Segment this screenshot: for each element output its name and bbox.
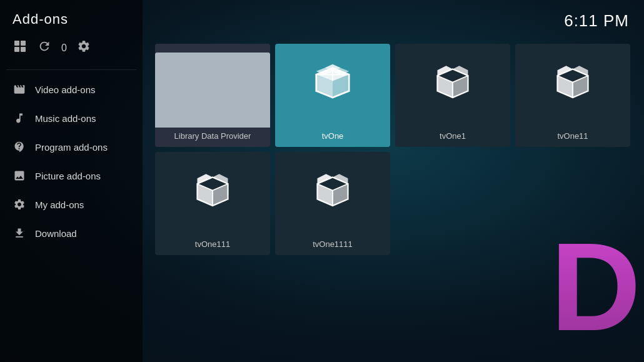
main-content: Library Data Provider Library Data Provi… [143,0,644,362]
addon-icon[interactable] [13,39,28,57]
sidebar: Add-ons 0 [0,0,143,362]
addon-label-library: Library Data Provider [174,131,251,141]
addon-card-tvone11[interactable]: tvOne11 [515,44,630,147]
box-icon-area-tvone1111 [275,152,390,236]
box-icon-tvone1 [431,63,475,109]
settings-icon[interactable] [77,39,91,56]
addon-card-tvone[interactable]: tvOne [275,44,390,147]
sidebar-item-download[interactable]: Download [0,219,143,248]
sidebar-label-download: Download [35,228,77,239]
addon-label-tvone111: tvOne111 [195,239,230,249]
box-icon-tvone1111 [311,171,355,217]
box-icon-area-tvone [275,44,390,128]
watermark-d: D [551,224,638,349]
box-icon-tvone111 [191,171,234,217]
box-icon-area-tvone1 [395,44,510,128]
addon-card-tvone1111[interactable]: tvOne1111 [275,152,390,255]
svg-marker-15 [453,76,468,98]
library-thumb: Library Data Provider [155,53,270,128]
box-icon-area-tvone111 [155,152,270,236]
svg-rect-3 [21,47,26,52]
picture-icon [13,169,26,183]
svg-rect-2 [14,47,19,52]
svg-marker-17 [573,76,588,98]
music-icon [13,111,26,125]
addon-label-tvone1: tvOne1 [440,131,466,141]
sidebar-label-music-addons: Music add-ons [35,113,96,124]
box-icon-area-tvone11 [515,44,630,128]
svg-rect-4 [159,53,266,128]
sidebar-item-program-addons[interactable]: Program add-ons [0,133,143,161]
addon-card-tvone1[interactable]: tvOne1 [395,44,510,147]
sidebar-item-my-addons[interactable]: My add-ons [0,190,143,219]
video-icon [13,83,26,96]
nav-items: Video add-ons Music add-ons Program add-… [0,70,143,248]
sidebar-item-video-addons[interactable]: Video add-ons [0,75,143,104]
program-icon [13,140,26,154]
addon-card-tvone111[interactable]: tvOne111 [155,152,270,255]
svg-rect-6 [172,65,253,115]
sidebar-label-program-addons: Program add-ons [35,142,108,153]
svg-rect-0 [14,41,19,46]
sidebar-header: Add-ons 0 [0,0,143,69]
addon-label-tvone: tvOne [322,131,344,141]
refresh-icon[interactable] [38,39,51,56]
toolbar-count: 0 [61,43,67,54]
addon-label-tvone1111: tvOne1111 [313,239,353,249]
sidebar-item-picture-addons[interactable]: Picture add-ons [0,161,143,190]
sidebar-item-music-addons[interactable]: Music add-ons [0,104,143,133]
svg-text:Library Data Provider: Library Data Provider [181,87,244,94]
box-icon-tvone [311,63,355,109]
svg-marker-14 [438,76,453,98]
page-title: Add-ons [13,11,130,28]
download-icon [13,226,26,240]
svg-rect-1 [21,41,26,46]
sidebar-label-my-addons: My add-ons [35,199,84,210]
sidebar-label-picture-addons: Picture add-ons [35,171,101,181]
svg-rect-5 [166,59,259,121]
svg-marker-20 [318,184,333,206]
svg-marker-21 [333,184,348,206]
addon-label-tvone11: tvOne11 [557,131,588,141]
addon-card-library-data-provider[interactable]: Library Data Provider Library Data Provi… [155,44,270,147]
svg-marker-18 [198,184,213,206]
sidebar-label-video-addons: Video add-ons [35,84,95,95]
time-display: 6:11 PM [564,11,629,31]
svg-marker-16 [558,76,573,98]
svg-marker-19 [213,184,228,206]
box-icon-tvone11 [551,63,595,109]
my-addons-icon [13,198,26,211]
toolbar: 0 [13,39,130,57]
